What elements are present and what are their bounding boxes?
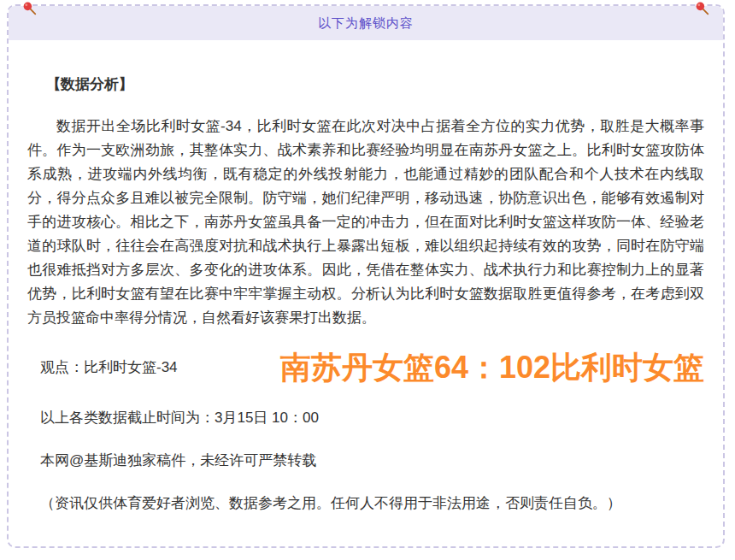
unlock-banner-title: 以下为解锁内容 (318, 15, 414, 32)
score-highlight: 南苏丹女篮64：102比利时女篮 (280, 351, 704, 385)
viewpoint-row: 观点：比利时女篮-34 南苏丹女篮64：102比利时女篮 (27, 351, 704, 385)
pushpin-icon (695, 1, 709, 15)
copyright-note: 本网@基斯迪独家稿件，未经许可严禁转载 (27, 451, 704, 470)
section-title: 【数据分析】 (27, 74, 704, 94)
disclaimer-note: （资讯仅供体育爱好者浏览、数据参考之用。任何人不得用于非法用途，否则责任自负。） (27, 493, 704, 513)
unlock-content-panel: 以下为解锁内容 【数据分析】 数据开出全场比利时女篮-34，比利时女篮在此次对决… (7, 4, 725, 548)
data-cutoff-note: 以上各类数据截止时间为：3月15日 10：00 (27, 408, 704, 427)
analysis-paragraph: 数据开出全场比利时女篮-34，比利时女篮在此次对决中占据着全方位的实力优势，取胜… (27, 115, 704, 330)
article-content: 【数据分析】 数据开出全场比利时女篮-34，比利时女篮在此次对决中占据着全方位的… (9, 40, 723, 513)
unlock-banner: 以下为解锁内容 (9, 6, 723, 40)
pushpin-icon (22, 1, 37, 15)
viewpoint-text: 观点：比利时女篮-34 (40, 357, 178, 377)
